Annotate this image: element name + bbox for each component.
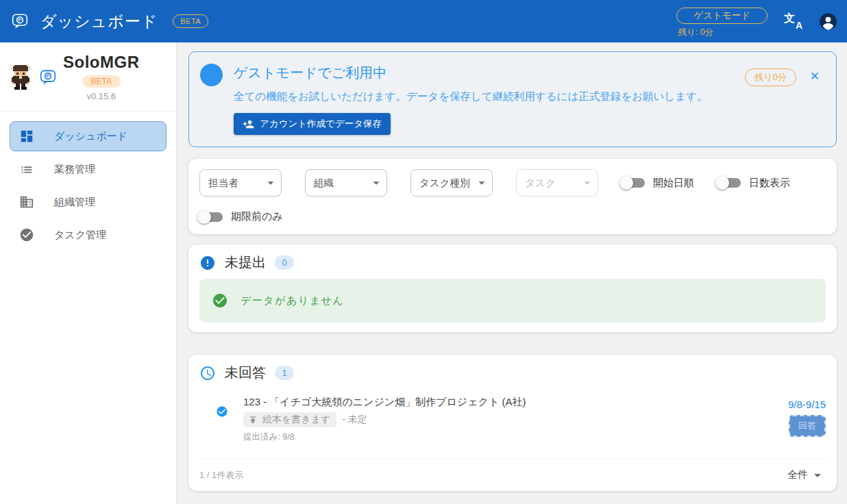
task-title: 123 - 「イチゴ大統領のニンジン畑」制作プロジェクト (A社) (243, 396, 526, 409)
guest-mode-banner: ゲストモードでご利用中 全ての機能をお試しいただけます。データを保存して継続利用… (188, 51, 837, 147)
items-shown-label: 1 / 1件表示 (199, 469, 243, 481)
task-list-item: 123 - 「イチゴ大統領のニンジン畑」制作プロジェクト (A社) 絵本を書きま… (199, 396, 826, 443)
remaining-badge: 残り0分 (745, 68, 796, 86)
count-badge: 1 (275, 366, 294, 380)
check-circle-icon (216, 405, 228, 418)
days-display-toggle[interactable]: 日数表示 (717, 177, 790, 190)
task-select: タスク (516, 169, 598, 197)
app-version: v0.15.6 (86, 91, 116, 101)
app-logo-icon (11, 12, 29, 30)
person-add-icon (243, 118, 254, 130)
task-type-chip: 絵本を書きます (243, 412, 336, 427)
empty-state-message: データがありません (199, 279, 826, 323)
filter-panel: 担当者 組織 タスク種別 タスク (188, 159, 837, 234)
section-title: 未回答 (225, 364, 266, 382)
chevron-down-icon (263, 175, 278, 190)
start-date-order-toggle[interactable]: 開始日順 (622, 177, 694, 190)
check-circle-icon (19, 227, 34, 242)
page-title: ダッシュボード (40, 11, 158, 32)
chevron-down-icon (809, 467, 826, 483)
organization-select[interactable]: 組織 (305, 169, 387, 197)
banner-title: ゲストモードでご利用中 (234, 64, 745, 82)
sidebar-nav: ダッシュボード 業務管理 組織管理 (0, 112, 176, 262)
info-circle-icon (200, 64, 223, 86)
toggle-track (199, 212, 223, 222)
sidebar-item-label: 業務管理 (54, 163, 95, 176)
task-type-select[interactable]: タスク種別 (410, 169, 493, 197)
banner-description: 全ての機能をお試しいただけます。データを保存して継続利用するには正式登録をお願い… (234, 90, 745, 104)
section-title: 未提出 (225, 253, 266, 272)
upload-icon (248, 415, 258, 425)
main-content: ゲストモードでご利用中 全ての機能をお試しいただけます。データを保存して継続利用… (177, 42, 847, 504)
sidebar-item-label: タスク管理 (54, 229, 106, 242)
dashboard-icon (19, 129, 34, 144)
chevron-down-icon (580, 175, 595, 190)
sidebar-item-tasks[interactable]: タスク管理 (10, 220, 167, 250)
app-window: ダッシュボード BETA ゲストモード 残り: 0分 文 A (0, 0, 847, 504)
create-account-button[interactable]: アカウント作成でデータ保存 (234, 113, 391, 135)
task-submitted-label: 提出済み: 9/8 (243, 431, 526, 443)
app-name: SoloMGR (63, 53, 140, 72)
sidebar-beta-badge: BETA (82, 75, 121, 88)
chevron-down-icon (474, 175, 489, 190)
chevron-down-icon (369, 175, 384, 190)
sidebar-item-label: 組織管理 (54, 196, 95, 209)
before-deadline-toggle[interactable]: 期限前のみ (199, 210, 283, 223)
create-account-label: アカウント作成でデータ保存 (260, 118, 382, 130)
alert-circle-icon (199, 255, 216, 271)
translate-icon[interactable]: 文 A (784, 12, 802, 30)
guest-mode-button[interactable]: ゲストモード (676, 8, 768, 24)
pending-section: 未提出 0 データがありません (188, 244, 837, 332)
sidebar-logo-block: SoloMGR BETA v0.15.6 (0, 42, 176, 112)
clock-icon (199, 365, 216, 381)
sidebar-item-organization[interactable]: 組織管理 (10, 187, 167, 217)
sidebar-item-label: ダッシュボード (54, 130, 127, 143)
toggle-track (622, 178, 645, 188)
header-beta-badge: BETA (173, 14, 208, 28)
top-header: ダッシュボード BETA ゲストモード 残り: 0分 文 A (0, 0, 847, 42)
mascot-image (8, 64, 33, 91)
sidebar-item-business[interactable]: 業務管理 (10, 154, 167, 184)
close-icon[interactable]: ✕ (810, 71, 820, 82)
answer-button[interactable]: 回答 (789, 415, 826, 437)
guest-mode-status: ゲストモード 残り: 0分 (676, 8, 768, 38)
account-avatar-icon[interactable] (819, 12, 837, 31)
count-badge: 0 (275, 255, 294, 270)
unanswered-section: 未回答 1 123 - 「イチゴ大統領のニンジン畑」制作プロジェクト (A社) (188, 355, 837, 491)
sidebar: SoloMGR BETA v0.15.6 ダッシュボード 業務管理 (0, 42, 177, 504)
show-all-select[interactable]: 全件 (787, 467, 826, 483)
task-status-text: - 未定 (342, 414, 367, 426)
list-icon (19, 162, 34, 177)
list-footer: 1 / 1件表示 全件 (199, 458, 826, 491)
building-icon (19, 194, 34, 210)
assignee-select[interactable]: 担当者 (199, 169, 282, 197)
task-date-range: 9/8-9/15 (788, 399, 826, 410)
chat-bubble-icon (39, 68, 57, 86)
sidebar-item-dashboard[interactable]: ダッシュボード (10, 121, 167, 151)
remaining-time-label: 残り: 0分 (676, 27, 713, 38)
check-circle-icon (212, 292, 228, 309)
toggle-track (717, 178, 741, 188)
